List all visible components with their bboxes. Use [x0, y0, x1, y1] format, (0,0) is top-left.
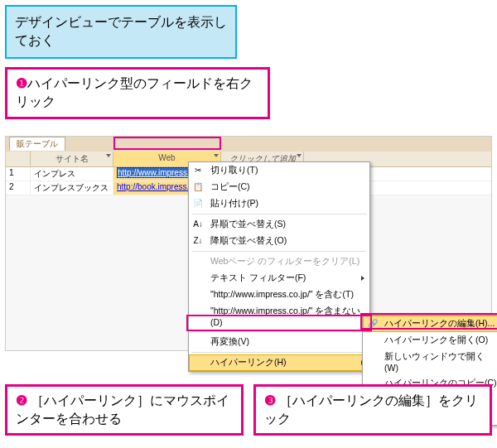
app-window: 販テーブル サイト名 Web クリックして追加 1 インプレス http://w…	[5, 136, 492, 351]
menu-clear-filter: Webページ のフィルターをクリア(L)	[189, 253, 369, 270]
callout-1: ❶ハイパーリンク型のフィールドを右クリック	[5, 67, 270, 119]
menu-equals[interactable]: "http://www.impress.co.jp/" を含む(T)	[189, 287, 369, 303]
menu-separator	[192, 251, 366, 252]
menu-separator	[192, 331, 366, 332]
note-box: デザインビューでテーブルを表示しておく	[5, 5, 237, 59]
dropdown-arrow-icon[interactable]	[106, 154, 111, 157]
callout-1-text: ハイパーリンク型のフィールドを右クリック	[16, 76, 253, 108]
menu-sort-desc[interactable]: Z↓降順で並べ替え(O)	[189, 233, 369, 249]
submenu-open-new-window[interactable]: 新しいウィンドウで開く(W)	[363, 349, 497, 375]
cell-sitename[interactable]: インプレス	[31, 167, 113, 181]
cell-sitename[interactable]: インプレスブックス	[31, 181, 113, 195]
submenu-edit-hyperlink[interactable]: 🔗ハイパーリンクの編集(H)...	[363, 316, 497, 332]
row-number: 2	[6, 181, 31, 195]
menu-text-filter[interactable]: テキスト フィルター(F)	[189, 270, 369, 287]
callout-3: ❸ ［ハイパーリンクの編集］をクリック	[253, 384, 492, 436]
callout-3-number: ❸	[264, 393, 276, 407]
edit-hyperlink-icon: 🔗	[367, 318, 379, 330]
callout-3-text: ［ハイパーリンクの編集］をクリック	[264, 393, 478, 426]
menu-separator	[192, 214, 366, 214]
sort-desc-icon: Z↓	[192, 235, 204, 247]
callout-2-text: ［ハイパーリンク］にマウスポインターを合わせる	[16, 393, 229, 426]
menu-hyperlink[interactable]: ハイパーリンク(H)	[189, 354, 369, 371]
dropdown-arrow-icon[interactable]	[214, 154, 219, 157]
context-menu: ✂切り取り(T) 📋コピー(C) 📄貼り付け(P) A↓昇順で並べ替え(S) Z…	[188, 161, 370, 372]
row-number: 1	[6, 167, 31, 181]
submenu-arrow-icon	[361, 276, 364, 281]
callout-2: ❷ ［ハイパーリンク］にマウスポインターを合わせる	[5, 384, 244, 436]
sort-asc-icon: A↓	[192, 219, 204, 230]
menu-not-equals[interactable]: "http://www.impress.co.jp/" を含まない(D)	[189, 303, 369, 330]
menu-paste[interactable]: 📄貼り付け(P)	[189, 195, 369, 212]
col-header-rownum[interactable]	[6, 152, 31, 166]
cut-icon: ✂	[192, 165, 204, 176]
hyperlink[interactable]: http://book.impress.co	[117, 182, 198, 191]
col-header-sitename[interactable]: サイト名	[31, 152, 113, 166]
paste-icon: 📄	[192, 198, 204, 210]
menu-cut[interactable]: ✂切り取り(T)	[189, 162, 369, 179]
callout-1-number: ❶	[16, 76, 27, 90]
hyperlink-selected[interactable]: http://www.impress.co	[117, 167, 199, 178]
menu-copy[interactable]: 📋コピー(C)	[189, 179, 369, 195]
tab-strip: 販テーブル	[6, 137, 491, 152]
table-tab[interactable]: 販テーブル	[9, 137, 65, 151]
menu-sort-asc[interactable]: A↓昇順で並べ替え(S)	[189, 216, 369, 233]
submenu-open-hyperlink[interactable]: ハイパーリンクを開く(O)	[363, 332, 497, 349]
menu-separator	[192, 352, 366, 353]
menu-reconvert[interactable]: 再変換(V)	[189, 334, 369, 350]
callout-2-number: ❷	[16, 393, 27, 407]
dropdown-arrow-icon[interactable]	[297, 154, 302, 157]
copy-icon: 📋	[192, 181, 204, 193]
note-text: デザインビューでテーブルを表示しておく	[15, 15, 227, 47]
